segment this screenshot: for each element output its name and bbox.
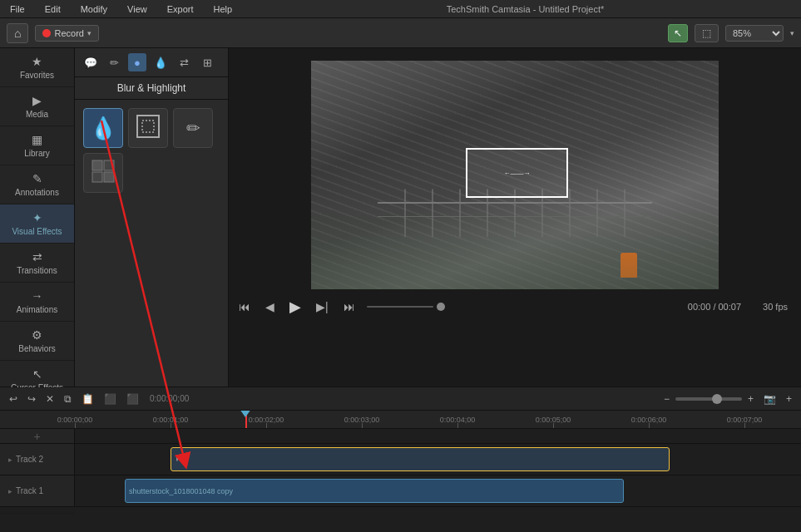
panel-arrows-icon-btn[interactable]: ⇄ [175, 53, 193, 71]
ruler-label-3: 0:00:03;00 [344, 416, 380, 424]
ruler-bar: 0:00:00;25 0:00:00;00 0:00:01;00 0:00:02… [75, 411, 801, 428]
progress-line[interactable] [367, 306, 433, 308]
sidebar-label-library: Library [24, 149, 50, 158]
track-2-label: ▸ Track 2 [0, 444, 75, 475]
split-button[interactable]: ⬛ [124, 392, 141, 406]
home-icon: ⌂ [14, 27, 21, 40]
media-icon: ▶ [32, 94, 42, 107]
library-icon: ▦ [32, 133, 42, 146]
sidebar-item-favorites[interactable]: ★ Favorites [0, 48, 74, 87]
svg-rect-2 [92, 160, 102, 170]
zoom-chevron-icon: ▾ [790, 29, 794, 37]
home-button[interactable]: ⌂ [7, 23, 28, 43]
spotlight-tool-icon [134, 112, 162, 145]
add-track-camera-button[interactable]: 📷 [761, 392, 779, 406]
sidebar-item-media[interactable]: ▶ Media [0, 87, 74, 126]
add-track-plus-button[interactable]: + [33, 430, 40, 443]
sidebar-label-transitions: Transitions [17, 266, 57, 275]
add-track-row: + [0, 429, 801, 444]
panel-tools: 💧 ✏ [75, 100, 228, 201]
ruler-label-4: 0:00:04;00 [440, 416, 476, 424]
track-2-clip[interactable]: ↖ [171, 447, 670, 471]
highlight-box-label: ←——→ [503, 169, 530, 176]
panel-circle-icon-btn[interactable]: ● [128, 53, 146, 71]
copy-button[interactable]: ⧉ [62, 392, 74, 406]
svg-rect-3 [104, 160, 114, 170]
circle-icon: ● [134, 57, 141, 69]
add-track-button[interactable]: + [784, 392, 794, 406]
sidebar-label-media: Media [26, 110, 48, 119]
timeline-content: 0:00:00;25 0:00:00;00 0:00:01;00 0:00:02… [0, 411, 801, 532]
playhead[interactable]: 0:00:00;25 [245, 411, 247, 428]
video-background: ←——→ [311, 61, 719, 289]
record-button[interactable]: Record ▾ [35, 25, 98, 42]
add-track-label-area: + [0, 429, 75, 443]
sidebar-label-animations: Animations [17, 305, 57, 314]
progress-dot[interactable] [437, 303, 445, 311]
timeline: ↩ ↪ ✕ ⧉ 📋 ⬛ ⬛ 0:00:00;00 − + 📷 + 0:00:00… [0, 387, 801, 532]
track-2-expand-icon[interactable]: ▸ [8, 456, 12, 464]
pointer-tool-button[interactable]: ↖ [668, 24, 688, 42]
zoom-in-button[interactable]: + [745, 392, 756, 406]
sidebar-item-annotations[interactable]: ✎ Annotations [0, 165, 74, 204]
panel-title: Blur & Highlight [75, 77, 228, 100]
panel-toolbar: 💬 ✏ ● 💧 ⇄ ⊞ [75, 48, 228, 77]
visual-effects-icon: ✦ [32, 211, 42, 224]
cursor-indicator: ↖ [175, 451, 185, 467]
panel-drop-icon-btn[interactable]: 💧 [151, 53, 170, 71]
preview-video: ←——→ [311, 61, 719, 289]
highlight-box[interactable]: ←——→ [466, 148, 568, 199]
main-layout: ★ Favorites ▶ Media ▦ Library ✎ Annotati… [0, 48, 801, 387]
current-time-display: 0:00:00;00 [150, 394, 189, 403]
paste-button[interactable]: 📋 [79, 392, 96, 406]
zoom-select[interactable]: 85% 50%75%85%100%150% [725, 25, 784, 42]
highlight-pen-tool[interactable]: ✏ [173, 108, 213, 148]
track-2-content: ↖ [75, 444, 801, 475]
sidebar-item-transitions[interactable]: ⇄ Transitions [0, 244, 74, 283]
skip-forward-button[interactable]: ⏭ [340, 298, 358, 315]
panel-chat-icon-btn[interactable]: 💬 [82, 53, 100, 71]
delete-button[interactable]: ✕ [43, 392, 57, 406]
track-1-clip[interactable]: shutterstock_1018001048 copy [125, 479, 624, 503]
spotlight-tool[interactable] [128, 108, 168, 148]
pixelate-tool[interactable] [83, 153, 123, 193]
menu-edit[interactable]: Edit [42, 2, 64, 16]
sidebar-item-animations[interactable]: → Animations [0, 283, 74, 322]
crop-tool-button[interactable]: ⬚ [695, 24, 719, 42]
sidebar-label-visual-effects: Visual Effects [12, 227, 62, 236]
sidebar-label-favorites: Favorites [20, 71, 54, 80]
menu-view[interactable]: View [124, 2, 151, 16]
cursor-effects-icon: ↖ [32, 367, 42, 381]
zoom-slider[interactable] [675, 397, 742, 401]
skip-back-button[interactable]: ⏮ [235, 298, 254, 315]
track-2-label-text: Track 2 [16, 455, 43, 464]
menu-file[interactable]: File [7, 2, 28, 16]
progress-area [367, 303, 445, 311]
pointer-icon: ↖ [674, 27, 682, 39]
animations-icon: → [32, 289, 43, 303]
sidebar-item-behaviors[interactable]: ⚙ Behaviors [0, 322, 74, 361]
panel-pen-icon-btn[interactable]: ✏ [105, 53, 123, 71]
cut-button[interactable]: ⬛ [101, 392, 119, 406]
menu-help[interactable]: Help [210, 2, 236, 16]
sidebar-item-library[interactable]: ▦ Library [0, 126, 74, 165]
redo-button[interactable]: ↪ [25, 392, 38, 406]
step-back-button[interactable]: ◀ [262, 298, 278, 315]
ruler-label-2: 0:00:02;00 [249, 416, 284, 424]
blur-tool[interactable]: 💧 [83, 108, 123, 148]
step-forward-button[interactable]: ▶| [313, 298, 332, 315]
play-button[interactable]: ▶ [286, 296, 304, 318]
menu-export[interactable]: Export [164, 2, 197, 16]
zoom-out-button[interactable]: − [661, 392, 672, 406]
menu-modify[interactable]: Modify [77, 2, 111, 16]
zoom-slider-handle[interactable] [712, 394, 722, 404]
sidebar-label-annotations: Annotations [15, 188, 59, 197]
track-1-expand-icon[interactable]: ▸ [8, 487, 12, 495]
preview-controls: ⏮ ◀ ▶ ▶| ⏭ 00:00 / 00:07 30 fps [229, 289, 801, 324]
track-1-content: shutterstock_1018001048 copy [75, 475, 801, 506]
fence-overlay [311, 198, 719, 289]
sidebar-item-visual-effects[interactable]: ✦ Visual Effects [0, 204, 74, 244]
undo-button[interactable]: ↩ [7, 392, 20, 406]
ruler-label-1: 0:00:01;00 [153, 416, 189, 424]
panel-grid-icon-btn[interactable]: ⊞ [198, 53, 216, 71]
